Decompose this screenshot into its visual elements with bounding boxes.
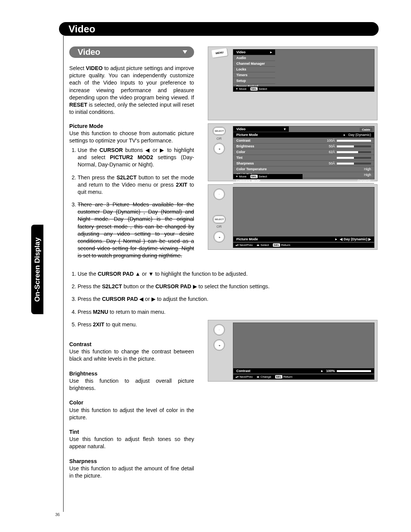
dpad-icon: ◦ — [213, 189, 225, 200]
general-step-2: Press the S2L2CT button or the CURSOR PA… — [78, 283, 374, 290]
cable-badge: Cable — [360, 128, 373, 132]
brightness-body: Use this function to adjust overall pict… — [69, 378, 194, 391]
osd-video-title: Video▾ — [233, 126, 289, 132]
page-title: Video — [59, 22, 379, 36]
color-body: Use this function to adjust the level of… — [69, 407, 194, 420]
osd-menu-hints: ✦ Move SEL Select — [233, 86, 374, 91]
dpad-icon: ◦ — [213, 324, 225, 335]
osd-video-panel: Cable Video▾Picture Mode▸ Day (Dynamic)C… — [233, 126, 374, 179]
menu-button-icon: MENU — [212, 48, 228, 58]
sharpness-heading: Sharpness — [69, 458, 97, 464]
dpad-icon: ◦▸ — [213, 231, 225, 243]
picture-mode-heading: Picture Mode — [69, 123, 103, 129]
osd-menu-item: Channel Manager — [233, 61, 275, 67]
osd-video-row: Color TemperatureHigh — [233, 166, 374, 172]
side-tab: On-Screen Display — [31, 225, 43, 314]
osd-screenshot-video: SELECT OR ◦▸ Cable Video▾Picture Mode▸ D… — [208, 123, 378, 181]
osd-video-row: Brightness50Ä — [233, 144, 374, 149]
osd-video-row: Tint — [233, 155, 374, 161]
osd-contrast-hints: ▴▾ Next/Prev ◂▸ Change SEL Return — [233, 374, 374, 379]
general-step-3: Press the CURSOR PAD ◀ or ▶ to adjust th… — [78, 296, 374, 303]
osd-video-row: Sharpness50Ä — [233, 161, 374, 166]
osd-video-row: Picture Mode▸ Day (Dynamic) — [233, 132, 374, 138]
osd-menu-item: Setup — [233, 78, 275, 84]
osd-screenshot-picture-mode: ◦ SELECT OR ◦▸ Picture Mode▸ ◀ Day (Dyna… — [208, 184, 378, 250]
page-number: 36 — [55, 512, 60, 517]
contrast-body: Use this function to change the contrast… — [69, 348, 194, 362]
subheader-title: Video — [69, 46, 194, 58]
select-button-icon: SELECT — [213, 127, 226, 135]
picture-mode-step-3: There are 3 Picture Modes available for … — [78, 201, 194, 259]
osd-menu-panel: Video▸AudioChannel ManagerLocksTimersSet… — [233, 49, 374, 92]
osd-picture-mode-row: Picture Mode▸ ◀ Day (Dynamic) ▶ — [233, 236, 374, 242]
picture-mode-step-2: Then press the S2L2CT button to set the … — [78, 174, 194, 196]
brightness-heading: Brightness — [69, 371, 97, 377]
vertical-rule — [63, 36, 64, 512]
osd-screenshot-menu: MENU Video▸AudioChannel ManagerLocksTime… — [208, 46, 378, 120]
subheader-pill: Video — [69, 46, 194, 58]
sections-block: Contrast Use this function to change the… — [69, 341, 194, 479]
osd-menu-item: Timers — [233, 72, 275, 78]
osd-contrast-row: Contrast ▸ 100% — [233, 368, 374, 374]
general-step-1: Use the CURSOR PAD ▲ or ▼ to highlight t… — [78, 270, 374, 278]
osd-picture-mode-panel: Picture Mode▸ ◀ Day (Dynamic) ▶ ▴▾ Next/… — [233, 187, 374, 248]
osd-screenshot-contrast: ◦ ◦▸ Contrast ▸ 100% ▴▾ Next/Prev ◂▸ Cha… — [208, 320, 378, 382]
header-bar: Video — [59, 22, 379, 36]
intro-paragraph: Select VIDEO to adjust picture settings … — [69, 65, 194, 116]
dpad-icon: ◦▸ — [213, 143, 225, 154]
tint-body: Use this function to adjust flesh tones … — [69, 436, 194, 449]
osd-picture-mode-hints: ▴▾ Next/Prev ◂▸ Select SEL Return — [233, 243, 374, 248]
side-tab-label: On-Screen Display — [33, 237, 41, 302]
or-label: OR — [217, 137, 222, 141]
osd-menu-item: Locks — [233, 67, 275, 72]
general-step-4: Press M2NU to return to main menu. — [78, 308, 374, 316]
osd-video-row: Color62Ä — [233, 149, 374, 155]
picture-mode-section: Picture Mode Use this function to choose… — [69, 123, 194, 145]
osd-menu-item: Audio — [233, 55, 275, 61]
picture-mode-body: Use this function to choose from automat… — [69, 130, 194, 144]
osd-contrast-panel: Contrast ▸ 100% ▴▾ Next/Prev ◂▸ Change S… — [233, 323, 374, 380]
picture-mode-steps: Use the CURSOR buttons ◀ or ▶ to highlig… — [69, 147, 194, 265]
or-label: OR — [217, 225, 222, 228]
dpad-icon: ◦▸ — [213, 339, 225, 351]
picture-mode-step-1: Use the CURSOR buttons ◀ or ▶ to highlig… — [78, 147, 194, 169]
tint-heading: Tint — [69, 429, 79, 435]
osd-video-row: Contrast100Ä — [233, 138, 374, 144]
contrast-heading: Contrast — [69, 341, 91, 347]
osd-menu-item: Video▸ — [233, 50, 275, 55]
osd-menu-list: Video▸AudioChannel ManagerLocksTimersSet… — [233, 50, 275, 89]
select-button-icon: SELECT — [213, 215, 226, 224]
color-heading: Color — [69, 399, 83, 406]
osd-video-hints: ✦ Move SEL Select — [233, 174, 303, 179]
chevron-down-icon — [183, 50, 187, 54]
sharpness-body: Use this function to adjust the amount o… — [69, 465, 194, 479]
